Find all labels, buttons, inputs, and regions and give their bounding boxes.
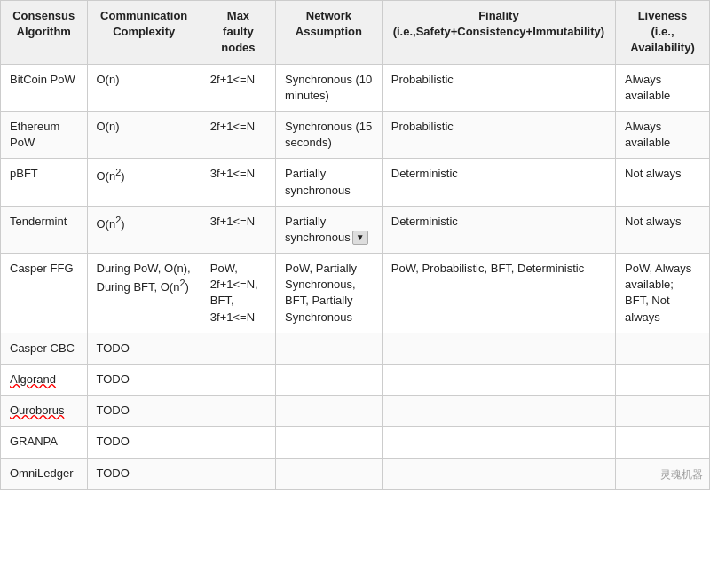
cell-max-faulty: 2f+1<=N: [201, 111, 275, 158]
cell-max-faulty: [201, 365, 275, 396]
cell-complexity: TODO: [87, 333, 201, 364]
cell-max-faulty: [201, 396, 275, 427]
table-row: OmniLedgerTODO: [1, 458, 710, 489]
cell-max-faulty: [201, 458, 275, 489]
cell-complexity: O(n2): [87, 206, 201, 253]
cell-network: [276, 427, 383, 458]
cell-max-faulty: 3f+1<=N: [201, 159, 275, 206]
cell-complexity: O(n2): [87, 159, 201, 206]
main-wrapper: Consensus Algorithm Communication Comple…: [0, 0, 710, 490]
cell-network: [276, 365, 383, 396]
cell-network: Partially synchronous: [276, 159, 383, 206]
table-row: pBFTO(n2)3f+1<=NPartially synchronousDet…: [1, 159, 710, 206]
cell-algorithm: GRANPA: [1, 427, 88, 458]
table-row: OuroborusTODO: [1, 396, 710, 427]
cell-finality: [382, 396, 615, 427]
cell-liveness: Not always: [616, 159, 710, 206]
cell-algorithm: BitCoin PoW: [1, 64, 88, 111]
table-row: AlgorandTODO: [1, 365, 710, 396]
cell-liveness: Always available: [616, 111, 710, 158]
cell-max-faulty: PoW, 2f+1<=N, BFT, 3f+1<=N: [201, 254, 275, 333]
cell-finality: Deterministic: [382, 159, 615, 206]
cell-algorithm: Ouroborus: [1, 396, 88, 427]
cell-liveness: [616, 365, 710, 396]
cell-network: [276, 396, 383, 427]
cell-finality: [382, 365, 615, 396]
cell-finality: Deterministic: [382, 206, 615, 253]
cell-finality: [382, 333, 615, 364]
table-row: Ethereum PoWO(n)2f+1<=NSynchronous (15 s…: [1, 111, 710, 158]
cell-finality: [382, 458, 615, 489]
cell-complexity: O(n): [87, 64, 201, 111]
cell-finality: Probabilistic: [382, 111, 615, 158]
cell-complexity: TODO: [87, 365, 201, 396]
cell-complexity: TODO: [87, 396, 201, 427]
cell-liveness: Always available: [616, 64, 710, 111]
cell-complexity: TODO: [87, 427, 201, 458]
cell-liveness: [616, 458, 710, 489]
cell-network: [276, 458, 383, 489]
table-row: TendermintO(n2)3f+1<=NPartially synchron…: [1, 206, 710, 253]
header-complexity: Communication Complexity: [87, 1, 201, 65]
cell-max-faulty: [201, 333, 275, 364]
cell-network: [276, 333, 383, 364]
table-row: GRANPATODO: [1, 427, 710, 458]
header-max-faulty: Max faulty nodes: [201, 1, 275, 65]
header-finality: Finality (i.e.,Safety+Consistency+Immuta…: [382, 1, 615, 65]
cell-finality: PoW, Probabilistic, BFT, Deterministic: [382, 254, 615, 333]
cell-network: Synchronous (10 minutes): [276, 64, 383, 111]
cell-algorithm: Ethereum PoW: [1, 111, 88, 158]
cell-algorithm: Tendermint: [1, 206, 88, 253]
cell-liveness: [616, 427, 710, 458]
cell-algorithm: Casper CBC: [1, 333, 88, 364]
cell-liveness: Not always: [616, 206, 710, 253]
cell-algorithm: OmniLedger: [1, 458, 88, 489]
cell-max-faulty: 2f+1<=N: [201, 64, 275, 111]
cell-algorithm: Algorand: [1, 365, 88, 396]
cell-complexity: During PoW, O(n), During BFT, O(n2): [87, 254, 201, 333]
cell-network: Synchronous (15 seconds): [276, 111, 383, 158]
table-row: BitCoin PoWO(n)2f+1<=NSynchronous (10 mi…: [1, 64, 710, 111]
header-network: Network Assumption: [276, 1, 383, 65]
cell-max-faulty: 3f+1<=N: [201, 206, 275, 253]
cell-finality: Probabilistic: [382, 64, 615, 111]
header-algorithm: Consensus Algorithm: [1, 1, 88, 65]
table-row: Casper FFGDuring PoW, O(n), During BFT, …: [1, 254, 710, 333]
cell-network: PoW, Partially Synchronous, BFT, Partial…: [276, 254, 383, 333]
cell-finality: [382, 427, 615, 458]
dropdown-icon[interactable]: ▼: [352, 231, 368, 245]
cell-complexity: TODO: [87, 458, 201, 489]
cell-liveness: PoW, Always available; BFT, Not always: [616, 254, 710, 333]
cell-liveness: [616, 396, 710, 427]
cell-algorithm: pBFT: [1, 159, 88, 206]
cell-network: Partially synchronous▼: [276, 206, 383, 253]
header-liveness: Liveness (i.e., Availability): [616, 1, 710, 65]
comparison-table: Consensus Algorithm Communication Comple…: [0, 0, 710, 490]
header-row: Consensus Algorithm Communication Comple…: [1, 1, 710, 65]
table-row: Casper CBCTODO: [1, 333, 710, 364]
cell-algorithm: Casper FFG: [1, 254, 88, 333]
cell-liveness: [616, 333, 710, 364]
cell-max-faulty: [201, 427, 275, 458]
cell-complexity: O(n): [87, 111, 201, 158]
